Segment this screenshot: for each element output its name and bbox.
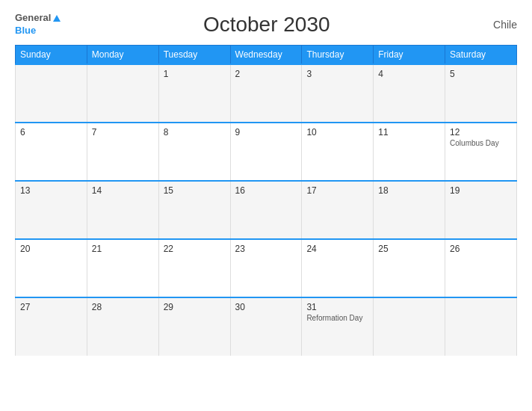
calendar-cell: 4: [374, 64, 445, 123]
calendar-cell: [87, 64, 158, 123]
calendar-week-row: 2728293031Reformation Day: [16, 297, 517, 356]
day-number: 14: [92, 185, 154, 196]
country-label: Chile: [472, 19, 517, 31]
calendar-cell: 29: [158, 297, 230, 356]
day-number: 16: [235, 185, 297, 196]
header-wednesday: Wednesday: [230, 45, 302, 64]
day-number: 4: [378, 69, 440, 79]
calendar-cell: 20: [16, 239, 87, 297]
day-number: 2: [235, 69, 297, 79]
holiday-label: Reformation Day: [306, 314, 368, 322]
calendar-cell: 5: [445, 64, 517, 123]
header-thursday: Thursday: [302, 45, 374, 64]
calendar-cell: 27: [16, 297, 87, 356]
weekday-header-row: Sunday Monday Tuesday Wednesday Thursday…: [16, 45, 517, 64]
header-sunday: Sunday: [16, 45, 87, 64]
calendar-cell: 24: [302, 239, 374, 297]
day-number: 6: [20, 127, 82, 137]
calendar-cell: 2: [230, 64, 302, 123]
calendar-cell: 6: [16, 123, 87, 181]
calendar-cell: 8: [158, 123, 230, 181]
calendar-week-row: 13141516171819: [16, 181, 517, 239]
header-saturday: Saturday: [445, 45, 517, 64]
calendar-week-row: 12345: [16, 64, 517, 123]
day-number: 27: [20, 302, 82, 312]
calendar-table: Sunday Monday Tuesday Wednesday Thursday…: [15, 45, 517, 356]
calendar-cell: 21: [87, 239, 158, 297]
day-number: 8: [164, 127, 226, 137]
calendar-cell: 17: [302, 181, 374, 239]
logo: General Blue: [15, 12, 61, 37]
day-number: 18: [378, 185, 440, 196]
calendar-cell: 19: [445, 181, 517, 239]
calendar-cell: 22: [158, 239, 230, 297]
calendar-page: General Blue October 2030 Chile Sunday M…: [0, 0, 532, 411]
day-number: 20: [20, 244, 82, 254]
day-number: 12: [450, 127, 512, 137]
calendar-cell: 3: [302, 64, 374, 123]
calendar-cell: 15: [158, 181, 230, 239]
calendar-cell: 30: [230, 297, 302, 356]
day-number: 13: [20, 185, 82, 196]
calendar-cell: 31Reformation Day: [302, 297, 374, 356]
calendar-cell: 9: [230, 123, 302, 181]
day-number: 7: [92, 127, 154, 137]
day-number: 3: [306, 69, 368, 79]
holiday-label: Columbus Day: [450, 139, 512, 147]
calendar-week-row: 20212223242526: [16, 239, 517, 297]
calendar-cell: 23: [230, 239, 302, 297]
calendar-cell: [445, 297, 517, 356]
calendar-cell: [16, 64, 87, 123]
header-friday: Friday: [374, 45, 445, 64]
day-number: 1: [164, 69, 226, 79]
day-number: 21: [92, 244, 154, 254]
header-monday: Monday: [87, 45, 158, 64]
day-number: 11: [378, 127, 440, 137]
day-number: 15: [164, 185, 226, 196]
calendar-cell: 13: [16, 181, 87, 239]
day-number: 29: [164, 302, 226, 312]
calendar-week-row: 6789101112Columbus Day: [16, 123, 517, 181]
calendar-cell: 26: [445, 239, 517, 297]
day-number: 5: [450, 69, 512, 79]
day-number: 25: [378, 244, 440, 254]
day-number: 23: [235, 244, 297, 254]
page-title: October 2030: [61, 13, 472, 37]
day-number: 19: [450, 185, 512, 196]
calendar-cell: 28: [87, 297, 158, 356]
header-tuesday: Tuesday: [158, 45, 230, 64]
calendar-cell: 18: [374, 181, 445, 239]
day-number: 24: [306, 244, 368, 254]
calendar-cell: 25: [374, 239, 445, 297]
day-number: 31: [306, 302, 368, 312]
day-number: 26: [450, 244, 512, 254]
calendar-cell: 16: [230, 181, 302, 239]
day-number: 22: [164, 244, 226, 254]
day-number: 28: [92, 302, 154, 312]
calendar-cell: 14: [87, 181, 158, 239]
day-number: 10: [306, 127, 368, 137]
page-header: General Blue October 2030 Chile: [15, 12, 517, 37]
calendar-cell: 12Columbus Day: [445, 123, 517, 181]
day-number: 17: [306, 185, 368, 196]
calendar-cell: 10: [302, 123, 374, 181]
calendar-cell: 1: [158, 64, 230, 123]
calendar-cell: 7: [87, 123, 158, 181]
day-number: 9: [235, 127, 297, 137]
calendar-cell: [374, 297, 445, 356]
day-number: 30: [235, 302, 297, 312]
calendar-cell: 11: [374, 123, 445, 181]
